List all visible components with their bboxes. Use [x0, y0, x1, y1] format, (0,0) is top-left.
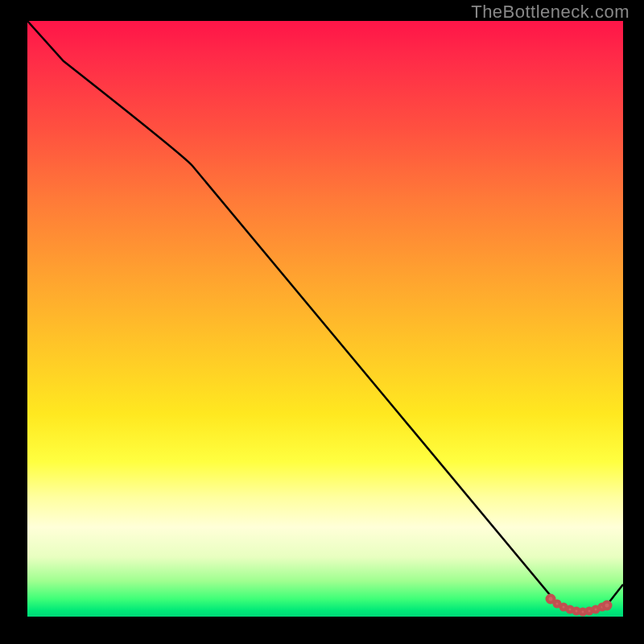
chart-container: TheBottleneck.com	[0, 0, 644, 644]
gradient-background	[27, 21, 623, 617]
plot-area	[27, 21, 623, 617]
watermark-text: TheBottleneck.com	[471, 2, 630, 23]
